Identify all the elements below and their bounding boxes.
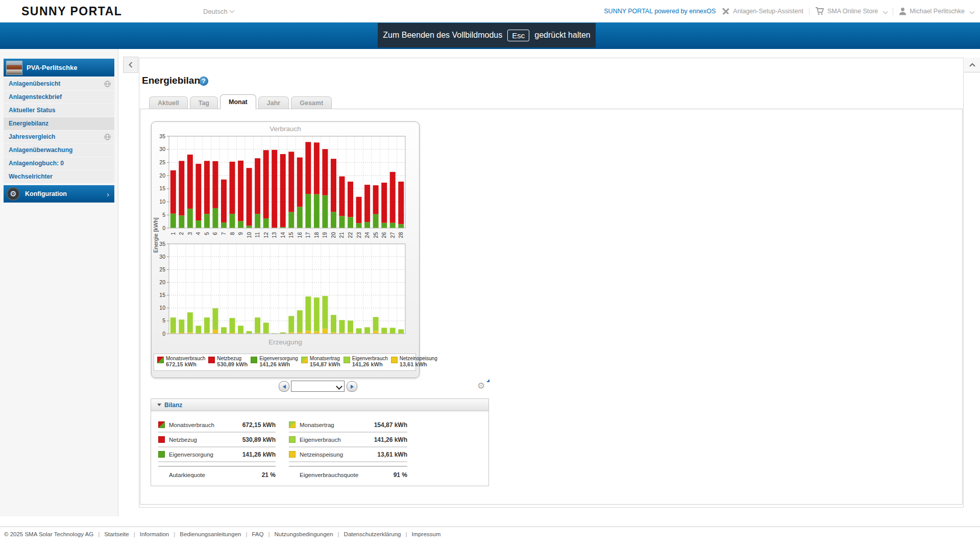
tab-aktuell[interactable]: Aktuell	[149, 96, 188, 109]
setup-assistant-link[interactable]: Anlagen-Setup-Assistent	[721, 7, 803, 16]
tab-monat[interactable]: Monat	[220, 94, 256, 109]
bilanz-row-value: 141,26 kWh	[374, 436, 407, 443]
wrench-tools-icon	[721, 7, 730, 16]
bar-eigenversorgung-day-19	[322, 195, 328, 228]
x-tick-label: 18	[313, 232, 320, 238]
bar-netzbezug-day-5	[204, 161, 210, 214]
bilanz-header[interactable]: Bilanz	[151, 399, 488, 411]
legend-color-swatch	[251, 357, 257, 363]
bilanz-card: Bilanz Monatsverbrauch672,15 kWhNetzbezu…	[151, 398, 489, 486]
sidebar-item-2[interactable]: Anlagensteckbrief	[4, 91, 114, 104]
user-menu[interactable]: Michael Perlitschke	[899, 7, 974, 15]
x-tick-label: 3	[187, 232, 193, 235]
bar-eigenversorgung-day-22	[348, 217, 353, 228]
plant-thumbnail-image	[6, 61, 22, 75]
legend-color-swatch	[208, 357, 215, 363]
bar-netzeinspeisung-day-19	[322, 329, 328, 334]
footer-link-datenschutzerklärung[interactable]: Datenschutzerklärung	[344, 531, 401, 537]
chevron-right-icon: ›	[107, 190, 109, 198]
sidebar-item-1[interactable]: Anlagenübersicht	[4, 78, 114, 90]
previous-month-button[interactable]	[279, 381, 289, 392]
bar-eigenversorgung-day-12	[263, 218, 269, 228]
x-tick-label: 23	[356, 232, 362, 238]
bilanz-color-swatch	[289, 436, 296, 443]
bar-eigenversorgung-day-25	[373, 214, 379, 228]
tab-gesamt[interactable]: Gesamt	[291, 96, 332, 109]
powered-by-link[interactable]: SUNNY PORTAL powered by ennexOS	[604, 8, 716, 15]
bilanz-row-value: 13,61 kWh	[377, 451, 407, 458]
sidebar-item-4[interactable]: Energiebilanz	[4, 117, 114, 130]
bar-eigenverbrauch-day-9	[238, 325, 243, 333]
bar-netzbezug-day-7	[221, 180, 227, 222]
legend-value: 13,61 kWh	[400, 361, 437, 367]
footer-link-information[interactable]: Information	[140, 531, 169, 537]
legend-label: Monatsverbrauch	[166, 356, 205, 361]
x-tick-label: 5	[204, 232, 210, 235]
scroll-top-button[interactable]	[964, 58, 980, 72]
bar-eigenverbrauch-day-7	[221, 327, 227, 333]
bar-eigenverbrauch-day-28	[398, 329, 404, 333]
tab-tag[interactable]: Tag	[190, 96, 218, 109]
bar-netzbezug-day-9	[238, 161, 243, 221]
bilanz-color-swatch	[289, 421, 296, 428]
legend-item-eigenverbrauch: Eigenverbrauch141,26 kWh	[340, 354, 388, 370]
bar-eigenversorgung-day-10	[247, 226, 252, 228]
x-tick-label: 26	[381, 232, 387, 238]
bar-eigenverbrauch-day-17	[305, 296, 311, 331]
footer-separator: |	[98, 531, 100, 537]
x-tick-label: 8	[229, 232, 235, 235]
y-tick-label: 35	[159, 241, 165, 247]
plant-selector[interactable]: PVA-Perlitschke	[4, 59, 114, 77]
legend-value: 141,26 kWh	[352, 361, 388, 367]
bar-eigenversorgung-day-26	[381, 223, 387, 228]
bar-netzbezug-day-21	[339, 177, 345, 216]
bilanz-row-value: 530,89 kWh	[242, 436, 276, 443]
month-select[interactable]	[291, 381, 345, 392]
legend-color-swatch	[344, 357, 350, 363]
bar-eigenversorgung-day-9	[238, 221, 243, 228]
x-tick-label: 27	[389, 232, 396, 238]
tab-jahr[interactable]: Jahr	[258, 96, 289, 109]
help-icon[interactable]: ?	[199, 77, 208, 86]
bar-netzbezug-day-6	[212, 161, 218, 208]
y-tick-label: 35	[159, 133, 165, 139]
bilanz-row-value: 141,26 kWh	[242, 451, 276, 458]
chart-options-button[interactable]: ⚙	[477, 380, 488, 391]
legend-color-swatch	[391, 357, 398, 363]
sidebar-item-konfiguration[interactable]: ⚙ Konfiguration ›	[4, 185, 114, 203]
x-tick-label: 10	[246, 232, 252, 238]
next-month-button[interactable]	[347, 381, 357, 392]
online-store-menu[interactable]: SMA Online Store	[815, 7, 887, 15]
bar-eigenverbrauch-day-4	[195, 325, 201, 333]
language-selector[interactable]: Deutsch	[203, 8, 234, 15]
bar-eigenverbrauch-day-5	[204, 317, 210, 333]
sidebar-item-3[interactable]: Aktueller Status	[4, 104, 114, 117]
footer-link-nutzungsbedingungen[interactable]: Nutzungsbedingungen	[274, 531, 333, 537]
x-tick-label: 15	[288, 232, 294, 238]
bilanz-quote-eigenverbrauchsquote: Eigenverbrauchsquote91 %	[289, 467, 407, 483]
y-tick-label: 25	[159, 266, 165, 272]
x-tick-label: 22	[347, 232, 353, 238]
footer-link-faq[interactable]: FAQ	[252, 531, 263, 537]
sidebar-item-label: Anlagensteckbrief	[9, 93, 62, 101]
bar-netzbezug-day-23	[356, 197, 362, 223]
y-tick-label: 0	[162, 331, 165, 337]
bar-eigenverbrauch-day-23	[356, 328, 362, 333]
legend-value: 672,15 kWh	[166, 361, 205, 367]
fullscreen-exit-toast: Zum Beenden des Vollbildmodus Esc gedrüc…	[378, 23, 596, 47]
sidebar-item-7[interactable]: Anlagenlogbuch: 0	[4, 157, 114, 170]
footer-link-startseite[interactable]: Startseite	[104, 531, 129, 537]
chevron-left-icon	[129, 62, 133, 68]
sidebar-item-6[interactable]: Anlagenüberwachung	[4, 144, 114, 157]
footer-link-bedienungsanleitungen[interactable]: Bedienungsanleitungen	[180, 531, 241, 537]
footer-link-impressum[interactable]: Impressum	[411, 531, 440, 537]
sidebar-item-8[interactable]: Wechselrichter	[4, 170, 114, 183]
sidebar-collapse-button[interactable]	[123, 57, 138, 73]
sidebar-item-5[interactable]: Jahresvergleich	[4, 131, 114, 143]
y-tick-label: 20	[159, 172, 165, 179]
bar-eigenverbrauch-day-22	[348, 320, 353, 332]
bar-eigenverbrauch-day-25	[373, 317, 379, 331]
bilanz-quote-label: Eigenverbrauchsquote	[300, 472, 394, 478]
bar-eigenverbrauch-day-19	[322, 296, 328, 329]
bar-eigenverbrauch-day-2	[179, 319, 184, 333]
